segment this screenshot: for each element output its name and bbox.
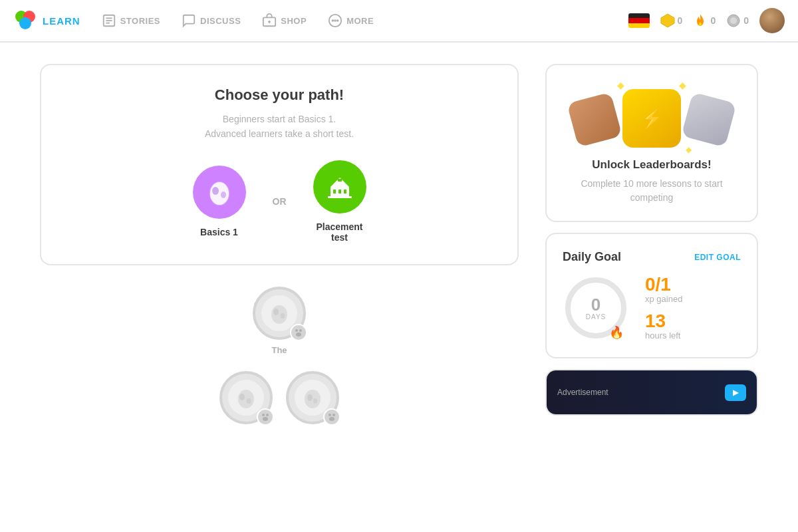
nav-item-shop[interactable]: SHOP (262, 13, 307, 28)
svg-point-39 (263, 417, 268, 421)
nav-item-more[interactable]: MORE (328, 13, 374, 28)
lesson-label-the: The (271, 345, 287, 355)
locked-lesson-3 (286, 371, 339, 424)
leaderboard-title: Unlock Leaderboards! (563, 158, 741, 172)
xp-ratio: 0/1 (645, 275, 741, 294)
choose-path-subtitle: Beginners start at Basics 1. Advanced le… (68, 112, 491, 142)
trophy-gold: ⚡ (622, 89, 681, 148)
svg-rect-23 (338, 190, 341, 194)
svg-point-18 (212, 187, 219, 195)
svg-point-33 (296, 332, 301, 336)
paw-badge-3 (323, 408, 340, 426)
lesson-circle-inner-3 (295, 380, 331, 416)
right-column: ◆ ◆ ⚡ ◆ Unlock Leaderboards! Complete 10… (545, 64, 758, 435)
logo[interactable]: LEARN (13, 9, 80, 33)
basics-label: Basics 1 (200, 227, 238, 237)
locked-egg-icon-3 (299, 384, 326, 411)
lingots-stat[interactable]: 0 (660, 13, 683, 28)
goal-body: 0 DAYS 🔥 0/1 xp gained 13 hours left (563, 275, 741, 341)
building-icon (325, 172, 354, 201)
locked-lesson-2 (219, 371, 273, 424)
flag-black-stripe (628, 13, 650, 18)
leaderboard-card: ◆ ◆ ⚡ ◆ Unlock Leaderboards! Complete 10… (545, 64, 758, 222)
paw-icon-3 (327, 412, 336, 422)
flag-red-stripe (628, 18, 650, 23)
leaderboard-subtitle: Complete 10 more lessons to start compet… (563, 177, 741, 205)
lingot-icon (660, 13, 675, 28)
svg-point-35 (239, 394, 245, 400)
nav-item-stories[interactable]: STORIES (102, 13, 160, 28)
goal-header: Daily Goal EDIT GOAL (563, 250, 741, 264)
streak-flame-icon (693, 13, 708, 28)
paw-icon-1 (294, 328, 303, 337)
svg-point-45 (329, 417, 334, 421)
lesson-circle-3[interactable] (286, 371, 339, 424)
goal-circle-center: 0 DAYS (586, 296, 606, 321)
goal-days-label: DAYS (586, 313, 606, 321)
svg-point-40 (305, 390, 321, 408)
basics-option[interactable]: Basics 1 (193, 166, 246, 237)
paw-badge-2 (257, 408, 274, 426)
diamond-br: ◆ (686, 145, 692, 154)
goal-title: Daily Goal (563, 250, 621, 264)
user-avatar[interactable] (759, 8, 785, 33)
svg-point-42 (313, 398, 317, 404)
nav-right: 0 0 0 (628, 8, 785, 33)
lightning-icon: ⚡ (640, 108, 664, 130)
basics-circle (193, 166, 246, 219)
svg-point-29 (273, 309, 279, 315)
path-or-text: OR (273, 196, 287, 207)
svg-rect-24 (344, 190, 346, 194)
svg-rect-26 (328, 196, 352, 198)
gems-stat[interactable]: 0 (726, 13, 749, 28)
ad-skip-button[interactable]: ▶ (725, 384, 746, 401)
left-column: Choose your path! Beginners start at Bas… (40, 64, 545, 435)
svg-point-31 (295, 329, 298, 332)
navigation: LEARN STORIES DISCUSS SHOP (0, 0, 798, 43)
locked-egg-icon-2 (233, 384, 259, 411)
lesson-circle-1[interactable] (253, 287, 306, 340)
hours-number: 13 (645, 312, 741, 331)
svg-rect-22 (333, 190, 336, 194)
lesson-circle-2[interactable] (219, 371, 273, 424)
goal-stats: 0/1 xp gained 13 hours left (645, 275, 741, 340)
goal-days-number: 0 (586, 296, 606, 313)
svg-point-41 (307, 394, 313, 401)
egg-icon (203, 176, 235, 208)
logo-icon (13, 9, 37, 33)
trophy-silver (681, 92, 736, 147)
streak-stat[interactable]: 0 (693, 13, 716, 28)
svg-point-36 (247, 398, 251, 404)
locked-lesson-the: The (40, 287, 519, 355)
daily-goal-card: Daily Goal EDIT GOAL 0 DAYS 🔥 0/1 (545, 233, 758, 358)
placement-circle (313, 160, 366, 213)
ad-text: Advertisement (557, 388, 608, 397)
paw-icon-2 (261, 412, 270, 422)
svg-point-16 (730, 17, 737, 24)
svg-point-11 (332, 20, 334, 21)
xp-label: xp gained (645, 294, 741, 304)
edit-goal-button[interactable]: EDIT GOAL (694, 253, 741, 262)
main-content: Choose your path! Beginners start at Bas… (0, 43, 798, 456)
goal-circle: 0 DAYS 🔥 (563, 275, 629, 341)
stories-icon (102, 13, 116, 28)
logo-text: LEARN (43, 15, 80, 27)
shop-icon (262, 13, 277, 28)
svg-point-19 (221, 192, 226, 198)
leaderboard-trophies: ◆ ◆ ⚡ ◆ (563, 81, 741, 148)
flag-gold-stripe (628, 23, 650, 28)
language-flag[interactable] (628, 13, 650, 28)
placement-option[interactable]: Placementtest (313, 160, 366, 243)
locked-egg-icon-1 (266, 300, 293, 327)
svg-point-2 (19, 17, 31, 29)
svg-point-43 (329, 414, 331, 416)
lesson-circle-inner-2 (228, 380, 264, 416)
paw-badge-1 (290, 324, 307, 341)
svg-point-44 (332, 414, 335, 416)
svg-point-13 (337, 20, 338, 21)
path-options: Basics 1 OR (68, 160, 491, 243)
svg-point-32 (299, 329, 302, 332)
gems-icon (726, 13, 741, 28)
advertisement-card: Advertisement ▶ (545, 369, 758, 416)
nav-item-discuss[interactable]: DISCUSS (182, 13, 241, 28)
